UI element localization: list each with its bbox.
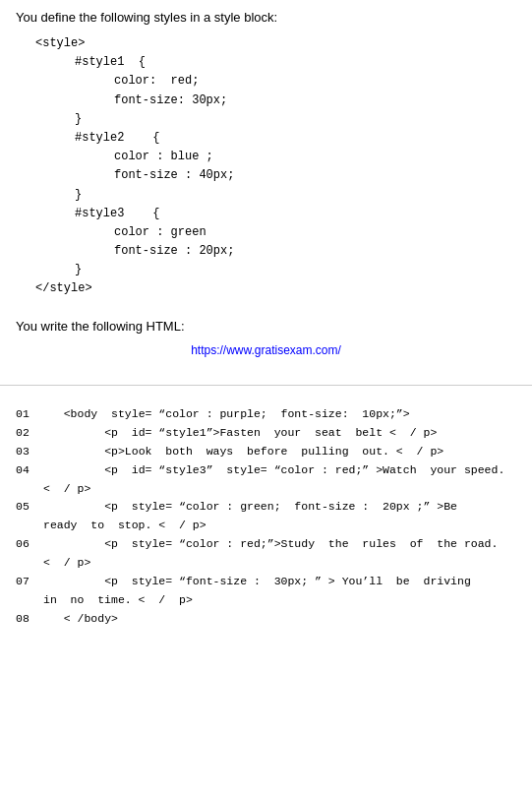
line-num-01: 01 xyxy=(16,405,43,424)
horizontal-divider xyxy=(0,385,532,386)
intro-text-1: You define the following styles in a sty… xyxy=(16,10,516,25)
lower-content: 01 <body style= “color : purple; font-si… xyxy=(0,396,532,640)
code-row-08: 08 < /body> xyxy=(16,610,516,629)
code-line-13: } xyxy=(75,261,516,279)
line-num-03: 03 xyxy=(16,443,43,461)
code-row-07: 07 <p style= “font-size : 30px; ” > You’… xyxy=(16,573,516,610)
code-row-01: 01 <body style= “color : purple; font-si… xyxy=(16,405,516,424)
line-content-03: <p>Look both ways before pulling out. < … xyxy=(43,443,516,461)
code-line-3: color: red; xyxy=(114,72,516,91)
url-text: https://www.gratisexam.com/ xyxy=(16,343,516,357)
line-num-04: 04 xyxy=(16,461,43,480)
upper-content: You define the following styles in a sty… xyxy=(0,0,532,377)
code-line-7: color : blue ; xyxy=(114,148,516,166)
line-content-05: <p style= “color : green; font-size : 20… xyxy=(43,498,516,535)
code-line-11: color : green xyxy=(114,223,516,242)
code-row-04: 04 <p id= “style3” style= “color : red;”… xyxy=(16,461,516,499)
line-content-02: <p id= “style1”>Fasten your seat belt < … xyxy=(43,424,516,443)
line-content-01: <body style= “color : purple; font-size:… xyxy=(43,405,516,424)
code-line-14: </style> xyxy=(35,279,516,298)
line-num-08: 08 xyxy=(16,610,43,629)
code-row-06: 06 <p style= “color : red;”>Study the ru… xyxy=(16,535,516,573)
line-num-07: 07 xyxy=(16,573,43,591)
code-line-5: } xyxy=(75,110,516,129)
code-line-9: } xyxy=(75,186,516,205)
line-num-06: 06 xyxy=(16,535,43,554)
code-line-10: #style3 { xyxy=(75,205,516,223)
code-line-6: #style2 { xyxy=(75,129,516,148)
code-row-03: 03 <p>Look both ways before pulling out.… xyxy=(16,443,516,461)
code-line-4: font-size: 30px; xyxy=(114,92,516,110)
code-line-8: font-size : 40px; xyxy=(114,166,516,185)
numbered-code-block: 01 <body style= “color : purple; font-si… xyxy=(16,405,516,630)
style-code-block: <style> #style1 { color: red; font-size:… xyxy=(35,34,516,299)
line-num-05: 05 xyxy=(16,498,43,517)
line-content-08: < /body> xyxy=(43,610,516,629)
code-row-02: 02 <p id= “style1”>Fasten your seat belt… xyxy=(16,424,516,443)
code-row-05: 05 <p style= “color : green; font-size :… xyxy=(16,498,516,535)
line-content-06: <p style= “color : red;”>Study the rules… xyxy=(43,535,516,573)
code-line-1: <style> xyxy=(35,34,516,53)
code-line-2: #style1 { xyxy=(75,53,516,72)
code-line-12: font-size : 20px; xyxy=(114,242,516,261)
intro-text-2: You write the following HTML: xyxy=(16,319,516,334)
line-content-04: <p id= “style3” style= “color : red;” >W… xyxy=(43,461,516,499)
line-num-02: 02 xyxy=(16,424,43,443)
line-content-07: <p style= “font-size : 30px; ” > You’ll … xyxy=(43,573,516,610)
